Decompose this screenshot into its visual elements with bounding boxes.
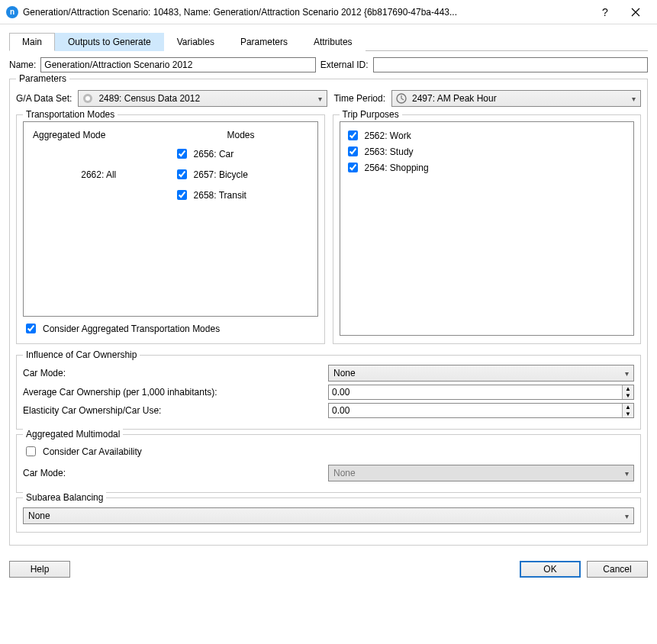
mode-car-checkbox[interactable]: 2656: Car [174, 147, 308, 161]
consider-car-availability-checkbox[interactable]: Consider Car Availability [23, 444, 634, 459]
spin-up-icon[interactable]: ▲ [623, 385, 633, 392]
transportation-modes-legend: Transportation Modes [23, 109, 118, 120]
titlebar: n Generation/Attraction Scenario: 10483,… [0, 0, 657, 24]
consider-car-availability-label: Consider Car Availability [43, 446, 142, 457]
chevron-down-icon: ▾ [625, 512, 629, 520]
mode-transit-input[interactable] [177, 190, 187, 200]
help-titlebar-button[interactable]: ? [590, 2, 620, 23]
aggregated-mode-header: Aggregated Mode [28, 127, 169, 143]
agg-car-mode-value: None [333, 468, 356, 478]
dataset-select[interactable]: 2489: Census Data 2012 ▾ [78, 90, 327, 107]
mode-bicycle-label: 2657: Bicycle [194, 169, 248, 180]
car-mode-label: Car Mode: [23, 368, 328, 378]
spin-down-icon[interactable]: ▼ [623, 392, 633, 399]
spin-down-icon[interactable]: ▼ [623, 411, 633, 417]
external-id-label: External ID: [320, 60, 369, 70]
parameters-legend: Parameters [16, 73, 69, 84]
name-input[interactable] [40, 57, 315, 72]
car-ownership-group: Influence of Car Ownership Car Mode: Non… [16, 355, 641, 430]
purpose-study-label: 2563: Study [365, 147, 414, 157]
name-label: Name: [9, 60, 36, 70]
chevron-down-icon: ▾ [318, 95, 322, 103]
car-mode-value: None [333, 368, 356, 378]
mode-bicycle-checkbox[interactable]: 2657: Bicycle [174, 167, 308, 182]
tab-bar: Main Outputs to Generate Variables Param… [9, 32, 648, 51]
trip-purposes-box: 2562: Work 2563: Study 2564: Shopping [340, 121, 635, 336]
close-icon [631, 8, 640, 17]
purpose-study-input[interactable] [348, 147, 358, 156]
dialog-content: Main Outputs to Generate Variables Param… [0, 24, 657, 556]
name-row: Name: External ID: [9, 57, 648, 72]
elasticity-input[interactable] [329, 404, 622, 417]
transportation-modes-box: Aggregated Mode Modes 2662: All [23, 121, 318, 317]
transportation-modes-group: Transportation Modes Aggregated Mode Mod… [16, 114, 325, 349]
avg-ownership-label: Average Car Ownership (per 1,000 inhabit… [23, 387, 328, 398]
mode-transit-label: 2658: Transit [194, 190, 246, 201]
window-title: Generation/Attraction Scenario: 10483, N… [18, 7, 590, 18]
cancel-button[interactable]: Cancel [587, 561, 648, 578]
dataset-icon [82, 92, 94, 105]
avg-ownership-spin[interactable]: ▲ ▼ [328, 385, 634, 400]
avg-ownership-input[interactable] [329, 385, 622, 399]
car-mode-select[interactable]: None ▾ [328, 365, 634, 382]
external-id-input[interactable] [373, 57, 648, 72]
purpose-shopping-label: 2564: Shopping [365, 163, 429, 173]
elasticity-label: Elasticity Car Ownership/Car Use: [23, 405, 328, 416]
tab-outputs[interactable]: Outputs to Generate [55, 33, 164, 51]
purpose-work-checkbox[interactable]: 2562: Work [345, 128, 630, 143]
aggregated-mode-value: 2662: All [81, 169, 116, 180]
subarea-balancing-select[interactable]: None ▾ [23, 507, 634, 524]
spin-up-icon[interactable]: ▲ [623, 404, 633, 411]
consider-aggregated-modes-checkbox[interactable]: Consider Aggregated Transportation Modes [23, 321, 318, 336]
timeperiod-label: Time Period: [333, 93, 385, 104]
subarea-balancing-group: Subarea Balancing None ▾ [16, 497, 641, 533]
app-icon: n [6, 6, 18, 18]
purpose-shopping-input[interactable] [348, 163, 358, 172]
consider-aggregated-modes-input[interactable] [26, 324, 36, 333]
ok-button[interactable]: OK [520, 561, 581, 578]
tab-variables[interactable]: Variables [164, 33, 227, 51]
purpose-work-input[interactable] [348, 130, 358, 140]
timeperiod-value: 2497: AM Peak Hour [412, 93, 497, 104]
tab-main[interactable]: Main [9, 33, 55, 51]
modes-purposes-row: Transportation Modes Aggregated Mode Mod… [16, 114, 641, 349]
purpose-work-label: 2562: Work [365, 130, 411, 141]
dialog-footer: Help OK Cancel [0, 556, 657, 585]
car-ownership-legend: Influence of Car Ownership [23, 349, 140, 360]
clock-icon [395, 92, 407, 105]
purpose-study-checkbox[interactable]: 2563: Study [345, 144, 630, 159]
chevron-down-icon: ▾ [625, 469, 629, 478]
dataset-value: 2489: Census Data 2012 [98, 93, 200, 104]
tab-attributes[interactable]: Attributes [301, 33, 366, 51]
subarea-balancing-legend: Subarea Balancing [23, 492, 106, 503]
help-button[interactable]: Help [9, 561, 70, 578]
chevron-down-icon: ▾ [625, 369, 629, 378]
agg-car-mode-label: Car Mode: [23, 468, 328, 478]
mode-transit-checkbox[interactable]: 2658: Transit [174, 188, 308, 202]
modes-header: Modes [169, 127, 313, 143]
trip-purposes-legend: Trip Purposes [340, 109, 402, 120]
consider-aggregated-modes-label: Consider Aggregated Transportation Modes [43, 324, 220, 334]
trip-purposes-group: Trip Purposes 2562: Work 2563: Study [333, 114, 642, 349]
aggregated-multimodal-legend: Aggregated Multimodal [23, 429, 123, 440]
mode-bicycle-input[interactable] [177, 169, 187, 179]
consider-car-availability-input[interactable] [26, 446, 36, 456]
mode-car-label: 2656: Car [194, 149, 234, 159]
chevron-down-icon: ▾ [632, 95, 636, 103]
dataset-timeperiod-row: G/A Data Set: 2489: Census Data 2012 ▾ T… [16, 90, 641, 107]
close-titlebar-button[interactable] [620, 2, 651, 23]
agg-car-mode-select: None ▾ [328, 465, 634, 481]
svg-point-1 [85, 96, 90, 101]
subarea-balancing-value: None [28, 510, 50, 521]
timeperiod-select[interactable]: 2497: AM Peak Hour ▾ [391, 90, 641, 107]
purpose-shopping-checkbox[interactable]: 2564: Shopping [345, 160, 630, 175]
aggregated-multimodal-group: Aggregated Multimodal Consider Car Avail… [16, 434, 641, 493]
tab-parameters[interactable]: Parameters [227, 33, 301, 51]
parameters-group: Parameters G/A Data Set: 2489: Census Da… [9, 79, 648, 546]
elasticity-spin[interactable]: ▲ ▼ [328, 403, 634, 418]
dataset-label: G/A Data Set: [16, 93, 72, 104]
mode-car-input[interactable] [177, 149, 187, 159]
